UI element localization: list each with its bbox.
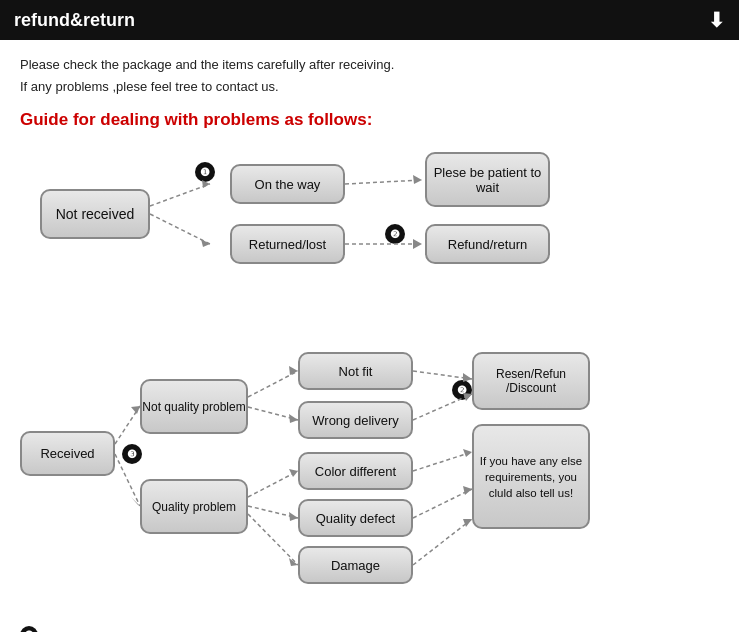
circle-2-top: ❷	[385, 224, 405, 244]
svg-marker-31	[463, 519, 472, 527]
fn-circle-1: ❶	[20, 626, 38, 632]
svg-marker-19	[289, 512, 298, 521]
footnote-1: ❶ plese check the tracking information o…	[20, 624, 719, 632]
box-on-the-way: On the way	[230, 164, 345, 204]
box-returned-lost: Returned/lost	[230, 224, 345, 264]
guide-title: Guide for dealing with problems as follo…	[0, 102, 739, 134]
svg-marker-15	[289, 414, 298, 423]
page-header: refund&return ⬇	[0, 0, 739, 40]
header-arrow-icon: ⬇	[708, 8, 725, 32]
box-quality-defect: Quality defect	[298, 499, 413, 537]
top-diagram: Not received On the way Returned/lost Pl…	[0, 134, 739, 324]
bottom-flowchart: Received Not quality problem Quality pro…	[10, 334, 729, 594]
svg-marker-27	[463, 449, 472, 457]
box-damage: Damage	[298, 546, 413, 584]
svg-marker-5	[413, 175, 422, 184]
svg-line-12	[248, 371, 298, 397]
svg-line-20	[248, 514, 298, 565]
svg-marker-9	[131, 406, 140, 414]
circle-2-bottom: ❷	[452, 380, 472, 400]
intro-line2: If any problems ,plese feel tree to cont…	[20, 76, 719, 98]
header-title: refund&return	[14, 10, 135, 31]
circle-1-top: ❶	[195, 162, 215, 182]
svg-line-0	[150, 184, 210, 206]
svg-line-8	[115, 406, 140, 444]
box-quality-problem: Quality problem	[140, 479, 248, 534]
box-resen-refund: Resen/Refun /Discount	[472, 352, 590, 410]
svg-line-28	[413, 489, 472, 518]
svg-line-16	[248, 471, 298, 497]
bottom-diagram: Received Not quality problem Quality pro…	[0, 324, 739, 614]
box-refund-return: Refund/return	[425, 224, 550, 264]
box-color-different: Color different	[298, 452, 413, 490]
svg-line-18	[248, 506, 298, 518]
box-not-received: Not received	[40, 189, 150, 239]
svg-marker-21	[289, 558, 298, 566]
top-flowchart: Not received On the way Returned/lost Pl…	[10, 144, 729, 304]
footnote-1-text: plese check the tracking information on …	[44, 624, 366, 632]
svg-line-2	[150, 214, 210, 244]
box-received: Received	[20, 431, 115, 476]
box-wrong-delivery: Wrong delivery	[298, 401, 413, 439]
circle-3-bottom: ❸	[122, 444, 142, 464]
intro-line1: Please check the package and the items c…	[20, 54, 719, 76]
footnotes-section: ❶ plese check the tracking information o…	[0, 614, 739, 632]
svg-marker-11	[131, 497, 140, 506]
box-not-quality: Not quality problem	[140, 379, 248, 434]
box-not-fit: Not fit	[298, 352, 413, 390]
svg-marker-13	[289, 366, 298, 375]
svg-marker-7	[413, 239, 422, 249]
svg-line-30	[413, 519, 472, 565]
svg-marker-3	[201, 239, 210, 247]
intro-section: Please check the package and the items c…	[0, 40, 739, 102]
svg-line-22	[413, 371, 472, 379]
box-if-else: If you have any else requirements, you c…	[472, 424, 590, 529]
svg-line-4	[345, 180, 422, 184]
svg-marker-29	[463, 486, 472, 495]
svg-marker-17	[289, 469, 298, 477]
svg-line-14	[248, 407, 298, 420]
box-plese-patient: Plese be patient to wait	[425, 152, 550, 207]
svg-line-26	[413, 452, 472, 471]
